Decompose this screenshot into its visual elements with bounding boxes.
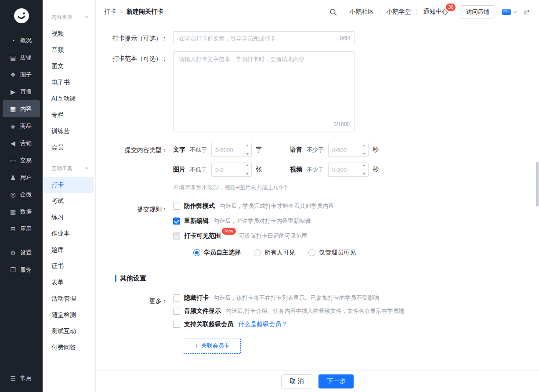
- stepper-input[interactable]: [212, 163, 243, 176]
- visibility-radio[interactable]: 所有人可见: [254, 249, 295, 257]
- secondary-nav-item[interactable]: 音频: [44, 42, 94, 58]
- secondary-nav-item[interactable]: 专栏: [44, 107, 94, 123]
- secondary-nav-item[interactable]: 考试: [44, 193, 94, 209]
- primary-nav-item[interactable]: ◈ 商品: [3, 117, 40, 134]
- secondary-nav-item[interactable]: 作业本: [44, 225, 94, 242]
- scrollbar-thumb[interactable]: [536, 162, 539, 207]
- option-description: 勾选后，学员完成打卡才能查看其他学员内容: [220, 202, 334, 210]
- trade-icon: ▭: [9, 157, 17, 164]
- secondary-nav-item[interactable]: 测试互动: [44, 323, 94, 339]
- increase-icon[interactable]: [243, 163, 251, 170]
- chevron-down-icon[interactable]: [514, 10, 517, 13]
- increase-icon[interactable]: [360, 143, 368, 150]
- secondary-nav-item[interactable]: 练习: [44, 209, 94, 225]
- primary-nav-item[interactable]: ◀ 营销: [3, 134, 40, 152]
- switch-shop-icon[interactable]: ⇄: [524, 8, 529, 16]
- row-more: 更多： 隐藏打卡 勾选后，该打卡将不在打卡列表显示。已参加打卡的学员不受影响 音…: [96, 294, 539, 354]
- checkin-tip-input[interactable]: [173, 31, 355, 45]
- decrease-icon[interactable]: [243, 170, 251, 177]
- stepper-input[interactable]: [212, 143, 243, 156]
- more-option-row: 音频文件显示 勾选后,打卡介绍、任务内容中插入的音频文件，文件名会显示在学员端: [173, 307, 405, 315]
- primary-nav-item[interactable]: ▥ 数据: [3, 203, 40, 220]
- primary-nav-item[interactable]: ▤ 店铺: [3, 49, 40, 66]
- nav-item-label: 企微: [20, 191, 32, 199]
- secondary-nav-item[interactable]: 付费问答: [44, 339, 94, 356]
- visibility-radio[interactable]: 仅管理员可见: [308, 249, 356, 257]
- checkbox[interactable]: [173, 321, 180, 328]
- visibility-radio[interactable]: 学员自主选择: [193, 249, 241, 257]
- secondary-nav-item[interactable]: 证书: [44, 258, 94, 274]
- visit-shop-button[interactable]: 访问店铺: [460, 5, 495, 18]
- primary-nav-item[interactable]: ⚙ 设置: [3, 244, 40, 261]
- secondary-nav-item[interactable]: 训练营: [44, 123, 94, 139]
- primary-nav-item[interactable]: ◎ 企微: [3, 186, 40, 203]
- breadcrumb-parent[interactable]: 打卡: [104, 8, 116, 16]
- radio-label: 所有人可见: [264, 249, 295, 257]
- primary-nav-item[interactable]: ▭ 交易: [3, 152, 40, 169]
- increase-icon[interactable]: [243, 143, 251, 150]
- associate-member-card-button[interactable]: ＋ 关联会员卡: [183, 338, 241, 354]
- content-type-operator: 不低于: [190, 166, 207, 174]
- secondary-nav-item[interactable]: 图文: [44, 58, 94, 74]
- secondary-nav-item[interactable]: AI互动课: [44, 91, 94, 107]
- row-content-type: 提交内容类型： 文字 不低于 字 语音 不少于 秒 图片 不低于: [96, 143, 539, 177]
- decrease-icon[interactable]: [360, 150, 368, 157]
- new-badge: New: [222, 228, 236, 235]
- nav-item-label: 交易: [20, 156, 32, 164]
- top-link[interactable]: 小鹅学堂: [380, 8, 417, 16]
- secondary-nav-item[interactable]: 视频: [44, 25, 94, 42]
- checkbox[interactable]: [173, 203, 180, 210]
- secondary-nav-item[interactable]: 题库: [44, 242, 94, 258]
- stepper-controls: [243, 143, 251, 156]
- checkin-sample-textarea[interactable]: [174, 52, 354, 118]
- topbar: 打卡 > 新建闯关打卡 小鹅社区 小鹅学堂 通知中心 36 访问店铺 ⇄: [96, 0, 539, 24]
- sidebar-item-common[interactable]: ☰ 常用: [3, 370, 40, 387]
- checkbox[interactable]: [173, 218, 180, 225]
- app-logo[interactable]: [0, 0, 43, 32]
- secondary-nav-item[interactable]: 活动管理: [44, 290, 94, 307]
- data-icon: ▥: [9, 208, 17, 215]
- section-header-interactive-tools[interactable]: 互动工具: [43, 163, 95, 174]
- section-interactive-tools: 互动工具 打卡 考试 练习 作业本 题库 证书 表单 活动管理 随堂检测 测试互…: [43, 163, 95, 356]
- search-icon[interactable]: [329, 8, 337, 16]
- secondary-nav-item[interactable]: 随堂检测: [44, 307, 94, 323]
- checkin-sample-label: 打卡范本（可选）：: [96, 51, 173, 65]
- stepper-input[interactable]: [329, 143, 360, 156]
- rule-options-list: 防作弊模式 勾选后，学员完成打卡才能查看其他学员内容 重新编辑 勾选后，允许学员…: [173, 202, 356, 240]
- secondary-nav-item[interactable]: 打卡: [44, 177, 94, 193]
- decrease-icon[interactable]: [243, 150, 251, 157]
- top-links: 小鹅社区 小鹅学堂 通知中心 36: [343, 8, 454, 16]
- secondary-nav-item[interactable]: 电子书: [44, 74, 94, 91]
- primary-nav-item[interactable]: ⊞ 应用: [3, 220, 40, 237]
- checkbox[interactable]: [173, 294, 180, 301]
- primary-nav-item[interactable]: ❒ 服务: [3, 261, 40, 278]
- section-header-content-types[interactable]: 内容类型: [43, 11, 95, 23]
- primary-nav-item[interactable]: ▶ 直播: [3, 83, 40, 100]
- decrease-icon[interactable]: [360, 170, 368, 177]
- primary-nav-item[interactable]: ▦ 内容: [3, 100, 40, 117]
- shop-version-icon[interactable]: [502, 9, 511, 15]
- radio-icon: [308, 249, 315, 256]
- primary-nav-item[interactable]: ❖ 圈子: [3, 66, 40, 83]
- cancel-button[interactable]: 取 消: [281, 374, 313, 388]
- option-title: 支持关联超级会员: [184, 320, 233, 328]
- top-link[interactable]: 通知中心 36: [417, 8, 454, 16]
- chevron-up-icon: [84, 16, 88, 19]
- checkbox[interactable]: [173, 232, 180, 240]
- shop-icon: ▤: [9, 54, 17, 61]
- secondary-nav-item[interactable]: 表单: [44, 274, 94, 290]
- breadcrumb-separator: >: [120, 9, 123, 15]
- breadcrumb: 打卡 > 新建闯关打卡: [104, 8, 163, 16]
- super-member-link[interactable]: 什么是超级会员？: [238, 320, 287, 328]
- top-link[interactable]: 小鹅社区: [343, 8, 380, 16]
- increase-icon[interactable]: [360, 163, 368, 170]
- live-icon: ▶: [9, 88, 17, 95]
- primary-nav-item[interactable]: ♟ 用户: [3, 169, 40, 186]
- secondary-nav-item[interactable]: 会员: [44, 139, 94, 156]
- content-type-operator: 不少于: [307, 166, 324, 174]
- next-step-button[interactable]: 下一步: [318, 374, 354, 388]
- primary-nav-item[interactable]: ◔ 概况: [3, 32, 40, 49]
- option-description: 可设置打卡日记的可见范围: [239, 232, 307, 240]
- stepper-input[interactable]: [329, 163, 360, 176]
- checkbox[interactable]: [173, 308, 180, 315]
